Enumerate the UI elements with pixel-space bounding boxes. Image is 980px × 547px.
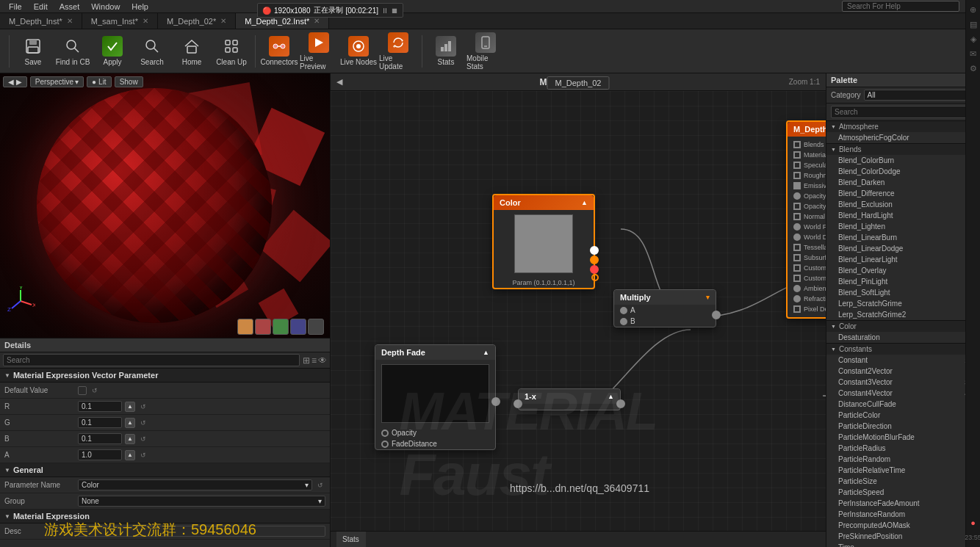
eye-icon[interactable]: 👁 bbox=[318, 355, 327, 366]
palette-item-particleradius[interactable]: ParticleRadius bbox=[826, 443, 980, 454]
section-material-expression[interactable]: Material Expression Vector Parameter bbox=[0, 369, 330, 383]
desc-input[interactable] bbox=[78, 526, 325, 537]
save-button[interactable]: Save bbox=[14, 32, 52, 70]
color-btn-4[interactable] bbox=[290, 319, 306, 335]
palette-item-blend-lineardodge[interactable]: Blend_LinearDodge bbox=[826, 243, 980, 254]
home-button[interactable]: Home bbox=[173, 32, 211, 70]
palette-item-blend-overlay[interactable]: Blend_Overlay bbox=[826, 265, 980, 276]
palette-item-blend-softlight[interactable]: Blend_SoftLight bbox=[826, 287, 980, 298]
palette-item-precomputedaomask[interactable]: PrecomputedAOMask bbox=[826, 520, 980, 531]
perspective-dropdown[interactable]: Perspective ▾ bbox=[30, 76, 84, 87]
b-reset[interactable]: ↺ bbox=[138, 435, 148, 443]
r-reset[interactable]: ↺ bbox=[138, 402, 148, 411]
palette-item-particlemotionblurfade[interactable]: ParticleMotionBlurFade bbox=[826, 432, 980, 443]
lit-button[interactable]: ● Lit bbox=[87, 76, 112, 87]
list-view-icon[interactable]: ≡ bbox=[311, 355, 317, 366]
r-input[interactable] bbox=[78, 401, 122, 412]
palette-item-desaturation[interactable]: Desaturation bbox=[826, 332, 980, 343]
side-icon-4[interactable]: ✉ bbox=[967, 47, 980, 60]
side-icon-5[interactable]: ⚙ bbox=[967, 62, 980, 75]
palette-item-lerp-scratchgrime[interactable]: Lerp_ScratchGrime bbox=[826, 298, 980, 309]
tab-msam-inst[interactable]: M_sam_Inst* ✕ bbox=[82, 13, 158, 29]
param-reset[interactable]: ↺ bbox=[315, 481, 325, 490]
oneminusx-collapse[interactable]: ▲ bbox=[608, 393, 614, 400]
palette-item-particlerandom[interactable]: ParticleRandom bbox=[826, 454, 980, 465]
palette-item-blend-darken[interactable]: Blend_Darken bbox=[826, 177, 980, 188]
help-search[interactable] bbox=[842, 1, 959, 12]
live-nodes-button[interactable]: Live Nodes bbox=[339, 32, 378, 70]
group-dropdown[interactable]: None ▾ bbox=[78, 496, 325, 507]
side-icon-record[interactable]: ● bbox=[967, 516, 980, 529]
viewport[interactable]: ◀ ▶ Perspective ▾ ● Lit Show bbox=[0, 73, 330, 338]
depth-node-collapse[interactable]: ▲ bbox=[483, 349, 489, 356]
reset-default-btn[interactable]: ↺ bbox=[90, 386, 100, 395]
show-button[interactable]: Show bbox=[115, 76, 143, 87]
atmosphere-group-header[interactable]: Atmosphere bbox=[826, 121, 980, 132]
tab-close[interactable]: ✕ bbox=[143, 17, 148, 25]
palette-item-blend-lighten[interactable]: Blend_Lighten bbox=[826, 221, 980, 232]
mobile-stats-button[interactable]: Mobile Stats bbox=[466, 32, 505, 70]
multiply-options[interactable]: ▾ bbox=[706, 294, 710, 301]
menu-help[interactable]: Help bbox=[126, 2, 154, 11]
palette-item-constant2vector[interactable]: Constant2Vector bbox=[826, 366, 980, 377]
connectors-button[interactable]: Connectors bbox=[260, 32, 298, 70]
g-reset[interactable]: ↺ bbox=[138, 419, 148, 427]
stats-tab[interactable]: Stats bbox=[336, 532, 366, 547]
cleanup-button[interactable]: Clean Up bbox=[212, 32, 251, 70]
color-btn-3[interactable] bbox=[273, 319, 289, 335]
palette-item-preskinnedposition[interactable]: PreSkinnedPosition bbox=[826, 531, 980, 542]
color-node-collapse[interactable]: ▲ bbox=[581, 199, 588, 206]
recording-controls[interactable]: ⏸ ⏹ bbox=[381, 7, 398, 15]
a-input[interactable] bbox=[78, 449, 122, 460]
blends-group-header[interactable]: Blends bbox=[826, 144, 980, 155]
tab-close[interactable]: ✕ bbox=[314, 17, 320, 25]
menu-edit[interactable]: Edit bbox=[28, 2, 54, 11]
grid-view-icon[interactable]: ⊞ bbox=[303, 355, 310, 366]
one-minus-x-node[interactable]: 1-x ▲ bbox=[518, 388, 621, 410]
viewport-arrows[interactable]: ◀ ▶ bbox=[3, 76, 27, 87]
palette-item-blend-colorburn[interactable]: Blend_ColorBurn bbox=[826, 155, 980, 166]
palette-item-particlespeed[interactable]: ParticleSpeed bbox=[826, 487, 980, 498]
g-input[interactable] bbox=[78, 417, 122, 428]
palette-item-constant[interactable]: Constant 1 bbox=[826, 355, 980, 366]
palette-item-particlesize[interactable]: ParticleSize bbox=[826, 476, 980, 487]
palette-item-particledirection[interactable]: ParticleDirection bbox=[826, 421, 980, 432]
palette-item-particlerelativetime[interactable]: ParticleRelativeTime bbox=[826, 465, 980, 476]
constants-group-header[interactable]: Constants bbox=[826, 344, 980, 355]
section-material-expr[interactable]: Material Expression bbox=[0, 510, 330, 524]
menu-asset[interactable]: Asset bbox=[54, 2, 86, 11]
side-icon-1[interactable]: ⊕ bbox=[967, 3, 980, 16]
color-btn-2[interactable] bbox=[255, 319, 271, 335]
g-spin[interactable]: ▲ bbox=[125, 418, 135, 428]
palette-item-perinstancerandom[interactable]: PerInstanceRandom bbox=[826, 509, 980, 520]
live-preview-button[interactable]: Live Preview bbox=[300, 32, 338, 70]
menu-window[interactable]: Window bbox=[85, 2, 126, 11]
a-spin[interactable]: ▲ bbox=[125, 450, 135, 460]
a-reset[interactable]: ↺ bbox=[138, 451, 148, 460]
palette-item-lerp-scratchgrime2[interactable]: Lerp_ScratchGrime2 bbox=[826, 309, 980, 320]
palette-item-blend-pinlight[interactable]: Blend_PinLight bbox=[826, 276, 980, 287]
b-spin[interactable]: ▲ bbox=[125, 434, 135, 444]
color-node[interactable]: Color ▲ Param (0.1,0.1,0.1,1) bbox=[492, 194, 595, 289]
category-dropdown[interactable]: All ▾ bbox=[864, 90, 976, 101]
palette-search-input[interactable] bbox=[831, 106, 976, 118]
live-update-button[interactable]: Live Update bbox=[379, 32, 417, 70]
palette-item-blend-hardlight[interactable]: Blend_HardLight bbox=[826, 210, 980, 221]
palette-item-atmosphericfogcolor[interactable]: AtmosphericFogColor bbox=[826, 132, 980, 143]
details-search-input[interactable] bbox=[3, 354, 300, 366]
r-spin[interactable]: ▲ bbox=[125, 402, 135, 412]
palette-item-constant3vector[interactable]: Constant3Vector 3 bbox=[826, 377, 980, 388]
palette-item-particlecolor[interactable]: ParticleColor bbox=[826, 410, 980, 421]
depth-fade-node[interactable]: Depth Fade ▲ Opacity FadeDistance bbox=[375, 344, 496, 450]
multiply-node[interactable]: Multiply ▾ A B bbox=[613, 289, 716, 327]
palette-item-blend-linearlight[interactable]: Blend_LinearLight bbox=[826, 254, 980, 265]
tab-close[interactable]: ✕ bbox=[220, 17, 226, 25]
palette-item-perinstancefadeamount[interactable]: PerInstanceFadeAmount bbox=[826, 498, 980, 509]
color-btn-1[interactable] bbox=[237, 319, 253, 335]
tab-mdepth-inst[interactable]: M_Depth_Inst* ✕ bbox=[0, 13, 82, 29]
find-in-cb-button[interactable]: Find in CB bbox=[54, 32, 92, 70]
palette-item-blend-exclusion[interactable]: Blend_Exclusion bbox=[826, 199, 980, 210]
stats-button[interactable]: Stats bbox=[427, 32, 465, 70]
palette-item-constant4vector[interactable]: Constant4Vector 4 bbox=[826, 388, 980, 399]
parameter-name-dropdown[interactable]: Color ▾ bbox=[78, 479, 312, 490]
